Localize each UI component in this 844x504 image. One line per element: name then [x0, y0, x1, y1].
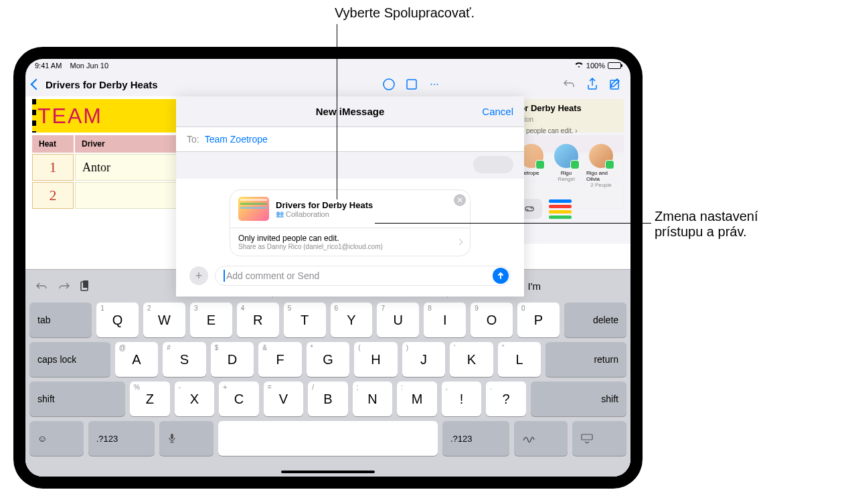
share-perm[interactable]: ed people can edit. › — [517, 127, 624, 135]
space-key[interactable] — [218, 421, 438, 456]
battery-text: 100% — [586, 62, 605, 70]
symbols-key[interactable]: .?123 — [442, 421, 509, 456]
key-hint: ( — [358, 344, 360, 351]
key-d[interactable]: $D — [211, 342, 254, 377]
key-hint: , — [446, 384, 448, 391]
tab-key[interactable]: tab — [29, 303, 92, 337]
key-v[interactable]: =V — [264, 382, 304, 416]
key-label: L — [515, 352, 523, 367]
key-hint: 1 — [100, 305, 104, 312]
key-label: I — [443, 313, 447, 328]
remove-attachment-button[interactable]: ✕ — [454, 194, 466, 206]
key-hint: 5 — [288, 305, 292, 312]
symbols-key[interactable]: .?123 — [88, 421, 155, 456]
more-icon[interactable]: ··· — [426, 76, 443, 93]
key-c[interactable]: +C — [219, 382, 259, 416]
svg-rect-4 — [83, 280, 88, 288]
key-m[interactable]: :M — [397, 382, 437, 416]
key-l[interactable]: "L — [498, 342, 541, 377]
key-hint: = — [268, 384, 272, 391]
key-e[interactable]: 3E — [190, 303, 232, 337]
undo-icon[interactable] — [35, 278, 50, 293]
key-![interactable]: ,! — [442, 382, 482, 416]
person[interactable]: Rigo Rangel — [552, 144, 581, 188]
key-h[interactable]: (H — [354, 342, 398, 377]
key-hint: - — [179, 384, 181, 391]
send-button[interactable] — [493, 268, 509, 284]
key-label: K — [467, 352, 476, 367]
shift-key[interactable]: shift — [29, 382, 125, 416]
key-t[interactable]: 5T — [284, 303, 326, 337]
status-right: 100% — [574, 62, 621, 70]
hide-keyboard-key[interactable] — [572, 421, 626, 456]
home-indicator[interactable] — [281, 471, 375, 473]
format-icon[interactable] — [380, 76, 398, 93]
key-k[interactable]: 'K — [450, 342, 493, 377]
key-label: ? — [503, 392, 510, 407]
compose-icon[interactable] — [606, 76, 624, 93]
share-perm-text: ed people can edit. — [517, 127, 574, 135]
key-label: O — [487, 313, 497, 328]
key-hint: * — [311, 344, 313, 351]
key-a[interactable]: @A — [115, 342, 159, 377]
key-x[interactable]: -X — [175, 382, 215, 416]
message-input[interactable]: Add comment or Send — [215, 266, 511, 286]
keyboard-row-3: shift %Z-X+C=V/B;N:M,!.? shift — [29, 382, 626, 416]
key-label: G — [323, 352, 333, 367]
key-label: E — [207, 313, 216, 328]
dictate-key[interactable] — [159, 421, 214, 456]
key-s[interactable]: #S — [163, 342, 206, 377]
delete-key[interactable]: delete — [564, 303, 626, 337]
key-g[interactable]: *G — [307, 342, 350, 377]
key-b[interactable]: /B — [308, 382, 348, 416]
keyboard-row-2: caps lock @A#S$D&F*G(H)J'K"L return — [29, 342, 626, 377]
key-p[interactable]: 0P — [517, 303, 560, 337]
capslock-key[interactable]: caps lock — [29, 342, 110, 377]
key-z[interactable]: %Z — [130, 382, 170, 416]
key-r[interactable]: 4R — [237, 303, 279, 337]
key-n[interactable]: ;N — [353, 382, 393, 416]
emoji-key[interactable]: ☺ — [29, 421, 84, 456]
callout-right-l2: prístupu a práv. — [655, 224, 758, 240]
compose-area: ✕ Drivers for Derby Heats 👥 Collaboratio… — [176, 179, 524, 297]
key-y[interactable]: 6Y — [331, 303, 373, 337]
back-button[interactable] — [31, 79, 42, 90]
key-u[interactable]: 7U — [377, 303, 419, 337]
key-label: ! — [460, 392, 464, 407]
key-label: C — [234, 392, 244, 407]
insert-icon[interactable] — [403, 76, 420, 93]
person-name: Rigo — [561, 170, 572, 176]
cancel-button[interactable]: Cancel — [482, 106, 513, 117]
key-i[interactable]: 8I — [424, 303, 466, 337]
card-top[interactable]: Drivers for Derby Heats 👥 Collaboration — [230, 190, 470, 228]
key-q[interactable]: 1Q — [96, 303, 139, 337]
key-?[interactable]: .? — [486, 382, 526, 416]
callout-line-right — [375, 223, 651, 224]
navbar: Drivers for Derby Heats ··· — [25, 72, 630, 96]
card-sub-text: Collaboration — [286, 210, 329, 218]
status-left: 9:41 AM Mon Jun 10 — [35, 62, 108, 70]
add-attachment-button[interactable]: + — [189, 266, 208, 285]
permissions-row[interactable]: Only invited people can edit. Share as D… — [230, 228, 470, 256]
return-key[interactable]: return — [545, 342, 626, 377]
person[interactable]: Rigo and Olivia 2 People — [586, 144, 616, 188]
callout-top: Vyberte Spolupracovať. — [335, 5, 475, 21]
share-panel: for Derby Heats ration ed people can edi… — [510, 96, 630, 244]
person-name: Rigo and Olivia — [586, 170, 616, 182]
key-w[interactable]: 2W — [143, 303, 185, 337]
key-j[interactable]: )J — [402, 342, 446, 377]
key-hint: 8 — [428, 305, 432, 312]
handwriting-key[interactable] — [514, 421, 568, 456]
col-heat: Heat — [32, 135, 74, 153]
key-label: V — [279, 392, 288, 407]
key-label: M — [412, 392, 423, 407]
undo-icon[interactable] — [561, 76, 578, 93]
format-palette[interactable] — [549, 199, 572, 219]
clipboard-icon[interactable] — [78, 278, 92, 293]
redo-icon[interactable] — [56, 278, 71, 293]
share-icon[interactable] — [584, 76, 601, 93]
shift-key[interactable]: shift — [531, 382, 626, 416]
key-f[interactable]: &F — [258, 342, 302, 377]
key-o[interactable]: 9O — [471, 303, 513, 337]
to-field[interactable]: To: Team Zoetrope — [176, 127, 524, 152]
